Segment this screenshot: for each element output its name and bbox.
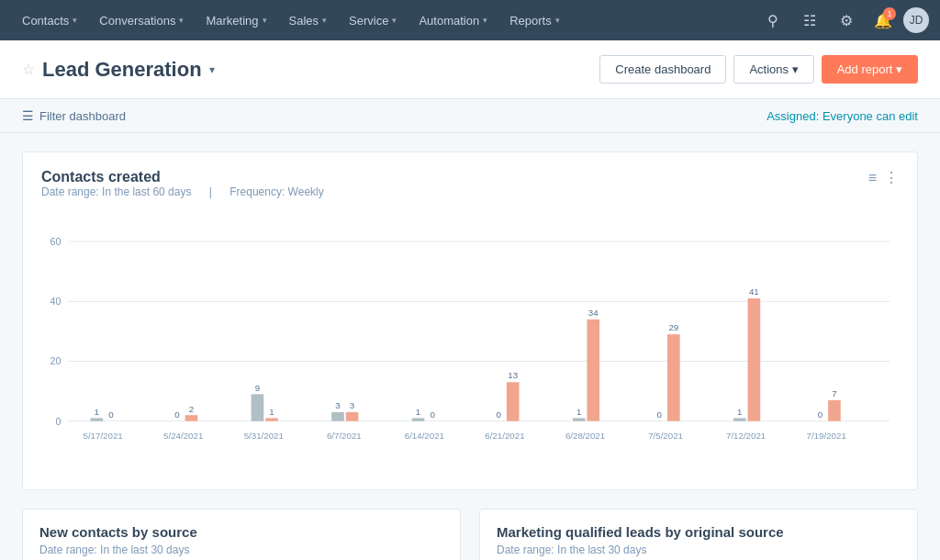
svg-text:0: 0: [174, 409, 180, 420]
svg-text:29: 29: [668, 322, 678, 332]
chart-title: Contacts created: [41, 169, 339, 185]
add-report-button[interactable]: Add report ▾: [822, 55, 918, 84]
svg-rect-23: [331, 412, 344, 421]
main-content: Contacts created Date range: In the last…: [0, 133, 940, 560]
svg-text:6/14/2021: 6/14/2021: [405, 431, 444, 441]
header-actions: Create dashboard Actions ▾ Add report ▾: [599, 55, 918, 84]
svg-rect-50: [748, 298, 761, 421]
chevron-down-icon: ▾: [392, 16, 397, 25]
bar-chart: 60 40 20 0 1 0 5/17/2021 0: [41, 217, 899, 476]
notification-badge: 1: [883, 7, 896, 20]
page-title: Lead Generation: [42, 58, 202, 82]
svg-rect-25: [346, 412, 359, 421]
svg-text:1: 1: [737, 407, 742, 417]
svg-text:40: 40: [50, 296, 62, 307]
svg-rect-18: [252, 394, 264, 420]
svg-text:2: 2: [189, 404, 194, 414]
chevron-down-icon: ▾: [555, 16, 560, 25]
actions-button[interactable]: Actions ▾: [733, 55, 813, 84]
actions-chevron-icon: ▾: [792, 62, 799, 76]
svg-text:5/31/2021: 5/31/2021: [244, 431, 284, 441]
chevron-down-icon: ▾: [263, 16, 267, 25]
svg-text:7/19/2021: 7/19/2021: [807, 431, 846, 441]
svg-text:5/17/2021: 5/17/2021: [84, 431, 123, 441]
svg-rect-35: [507, 382, 520, 420]
nav-item-contacts[interactable]: Contacts ▾: [11, 0, 88, 40]
svg-text:20: 20: [50, 355, 62, 366]
chart-settings-button[interactable]: ≡: [868, 170, 877, 186]
svg-text:3: 3: [350, 400, 354, 410]
nav-item-automation[interactable]: Automation ▾: [408, 0, 498, 40]
filter-icon: ☰: [22, 108, 34, 123]
page-header: ☆ Lead Generation ▾ Create dashboard Act…: [0, 40, 940, 99]
svg-text:0: 0: [657, 409, 663, 420]
chevron-down-icon: ▾: [179, 16, 184, 25]
svg-text:41: 41: [749, 286, 759, 297]
panel-left-meta: Date range: In the last 30 days: [39, 543, 443, 556]
notifications-icon[interactable]: 🔔 1: [867, 4, 900, 37]
svg-text:7/12/2021: 7/12/2021: [726, 431, 766, 441]
svg-text:1: 1: [576, 407, 581, 417]
assigned-value[interactable]: Everyone can edit: [822, 109, 918, 123]
svg-text:13: 13: [508, 370, 518, 380]
nav-item-service[interactable]: Service ▾: [338, 0, 408, 40]
svg-text:0: 0: [496, 409, 501, 420]
svg-rect-8: [91, 418, 104, 420]
svg-text:7/5/2021: 7/5/2021: [648, 431, 683, 441]
svg-text:1: 1: [269, 407, 274, 417]
search-icon[interactable]: ⚲: [756, 4, 789, 37]
svg-rect-40: [587, 319, 599, 421]
svg-text:60: 60: [50, 236, 62, 247]
chevron-down-icon: ▾: [483, 16, 487, 25]
filter-dashboard-button[interactable]: ☰ Filter dashboard: [22, 108, 126, 123]
nav-item-conversations[interactable]: Conversations ▾: [88, 0, 195, 40]
svg-text:3: 3: [335, 400, 340, 410]
svg-rect-55: [828, 400, 841, 421]
add-report-chevron-icon: ▾: [896, 62, 902, 76]
navbar: Contacts ▾ Conversations ▾ Marketing ▾ S…: [0, 0, 940, 40]
panel-right-title: Marketing qualified leads by original so…: [497, 524, 901, 540]
svg-text:6/28/2021: 6/28/2021: [565, 431, 605, 441]
create-dashboard-button[interactable]: Create dashboard: [599, 55, 726, 84]
svg-text:6/21/2021: 6/21/2021: [485, 431, 524, 441]
nav-item-sales[interactable]: Sales ▾: [278, 0, 339, 40]
nav-item-reports[interactable]: Reports ▾: [498, 0, 571, 40]
svg-rect-48: [733, 418, 746, 420]
svg-rect-28: [412, 418, 425, 420]
contacts-created-chart-card: Contacts created Date range: In the last…: [22, 151, 918, 490]
nav-item-marketing[interactable]: Marketing ▾: [195, 0, 277, 40]
chevron-down-icon: ▾: [322, 16, 327, 25]
svg-text:6/7/2021: 6/7/2021: [327, 431, 362, 441]
chart-meta: Date range: In the last 60 days | Freque…: [41, 185, 339, 198]
star-icon[interactable]: ☆: [22, 61, 35, 78]
svg-rect-45: [667, 334, 680, 421]
svg-text:7: 7: [832, 388, 836, 398]
panel-left-title: New contacts by source: [39, 524, 443, 540]
filter-bar: ☰ Filter dashboard Assigned: Everyone ca…: [0, 99, 940, 133]
chevron-down-icon: ▾: [73, 16, 77, 25]
svg-text:1: 1: [95, 407, 99, 417]
chart-more-button[interactable]: ⋮: [884, 169, 899, 186]
svg-text:0: 0: [108, 409, 114, 420]
panel-right-meta: Date range: In the last 30 days: [497, 543, 901, 556]
svg-text:0: 0: [818, 409, 823, 420]
svg-rect-38: [573, 418, 586, 420]
svg-text:0: 0: [430, 409, 435, 420]
svg-text:5/24/2021: 5/24/2021: [163, 431, 203, 441]
new-contacts-by-source-panel: New contacts by source Date range: In th…: [22, 509, 461, 560]
avatar[interactable]: JD: [903, 7, 929, 33]
settings-icon[interactable]: ⚙: [830, 4, 863, 37]
bottom-panels: New contacts by source Date range: In th…: [22, 509, 918, 560]
mql-by-source-panel: Marketing qualified leads by original so…: [479, 509, 918, 560]
svg-text:0: 0: [55, 416, 61, 427]
svg-rect-15: [185, 415, 198, 421]
svg-rect-20: [265, 418, 278, 420]
svg-text:9: 9: [255, 383, 260, 393]
marketplace-icon[interactable]: ☷: [793, 4, 826, 37]
assigned-info: Assigned: Everyone can edit: [767, 109, 918, 123]
svg-text:34: 34: [588, 308, 599, 318]
svg-text:1: 1: [416, 407, 420, 417]
title-dropdown-icon[interactable]: ▾: [209, 63, 215, 76]
